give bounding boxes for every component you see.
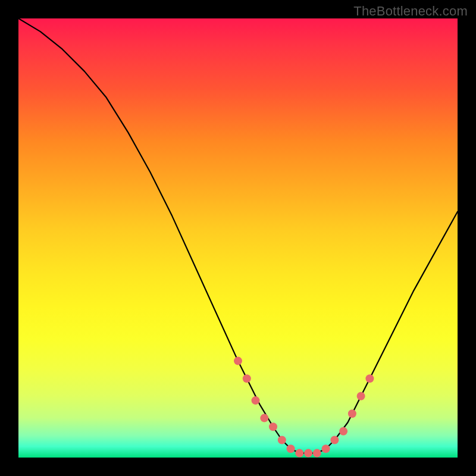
- highlight-point: [357, 392, 365, 400]
- chart-plot-area: [18, 18, 458, 458]
- watermark-text: TheBottleneck.com: [353, 4, 468, 19]
- bottleneck-curve-path: [18, 18, 458, 453]
- highlight-point: [322, 444, 330, 453]
- highlight-point: [278, 436, 286, 444]
- highlight-point: [260, 414, 268, 422]
- bottleneck-curve-svg: [18, 18, 458, 458]
- highlight-point: [243, 374, 251, 383]
- highlight-point: [313, 449, 321, 458]
- highlight-point: [269, 422, 277, 431]
- highlight-point: [287, 444, 295, 453]
- highlight-point: [339, 427, 347, 436]
- highlight-point: [330, 436, 339, 444]
- highlight-point: [252, 396, 260, 405]
- highlight-point: [365, 374, 374, 383]
- highlight-point: [295, 449, 303, 458]
- highlight-markers: [234, 357, 374, 458]
- highlight-point: [348, 409, 356, 418]
- highlight-point: [234, 357, 242, 365]
- highlight-point: [304, 449, 312, 458]
